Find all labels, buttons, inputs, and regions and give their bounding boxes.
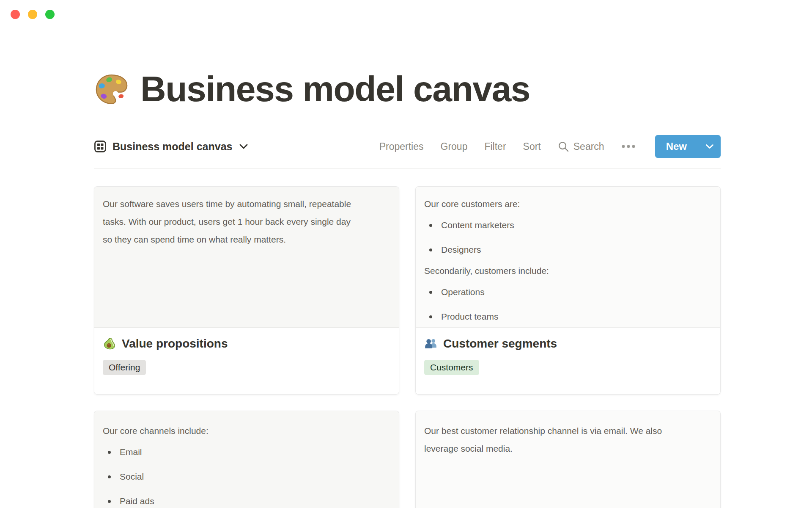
gallery-view-icon xyxy=(94,140,107,153)
new-button[interactable]: New xyxy=(655,135,698,158)
toolbar-divider xyxy=(94,168,721,169)
preview-paragraph: Secondarily, customers include: xyxy=(424,262,678,280)
zoom-button[interactable] xyxy=(45,10,55,19)
bullet-icon xyxy=(108,475,111,478)
page-header: Business model canvas xyxy=(94,69,530,110)
card-footer: Customer segments Customers xyxy=(416,328,720,394)
chevron-down-icon xyxy=(239,144,248,149)
card-preview: Our core customers are: Content marketer… xyxy=(416,187,720,328)
bullet-icon xyxy=(429,248,432,251)
group-button[interactable]: Group xyxy=(441,141,468,152)
search-icon xyxy=(558,141,569,152)
chevron-down-white-icon xyxy=(705,144,714,149)
filter-button[interactable]: Filter xyxy=(484,141,506,152)
card-preview: Our software saves users time by automat… xyxy=(94,187,399,328)
busts-in-silhouette-icon xyxy=(424,337,438,351)
minimize-button[interactable] xyxy=(28,10,37,19)
preview-paragraph: Our core customers are: xyxy=(424,195,678,213)
close-button[interactable] xyxy=(11,10,20,19)
notion-window: Business model canvas Business model can… xyxy=(0,0,812,508)
bullet-icon xyxy=(429,291,432,294)
palette-icon[interactable] xyxy=(94,72,129,107)
card-customer-relationships[interactable]: Our best customer relationship channel i… xyxy=(415,411,721,508)
view-bar: Business model canvas Properties Group F… xyxy=(94,134,721,159)
preview-paragraph: Our best customer relationship channel i… xyxy=(424,422,678,458)
search-button[interactable]: Search xyxy=(558,141,604,152)
gallery-view: Our software saves users time by automat… xyxy=(94,186,721,508)
card-channels[interactable]: Our core channels include: Email Social … xyxy=(94,411,399,508)
window-controls xyxy=(11,10,55,19)
page-title[interactable]: Business model canvas xyxy=(140,69,530,110)
card-title: Value propositions xyxy=(122,337,228,351)
search-label: Search xyxy=(573,141,604,152)
bullet-icon xyxy=(429,224,432,227)
preview-bullet-item: Email xyxy=(103,440,390,464)
new-split-button: New xyxy=(655,135,721,158)
bullet-icon xyxy=(429,315,432,318)
preview-bullet-item: Paid ads xyxy=(103,489,390,508)
properties-button[interactable]: Properties xyxy=(379,141,424,152)
preview-bullet-item: Social xyxy=(103,464,390,489)
toolbar: Properties Group Filter Sort Search xyxy=(379,135,721,158)
ellipsis-icon xyxy=(621,144,636,149)
preview-bullet-item: Content marketers xyxy=(424,213,712,237)
tag-offering: Offering xyxy=(103,360,146,375)
card-preview: Our best customer relationship channel i… xyxy=(416,411,720,508)
preview-bullet-item: Designers xyxy=(424,237,712,262)
preview-paragraph: Our software saves users time by automat… xyxy=(103,195,357,248)
bullet-icon xyxy=(108,500,111,503)
card-title: Customer segments xyxy=(443,337,557,351)
preview-paragraph: Our core channels include: xyxy=(103,422,357,440)
card-customer-segments[interactable]: Our core customers are: Content marketer… xyxy=(415,186,721,395)
preview-bullet-item: Product teams xyxy=(424,304,712,329)
card-footer: Value propositions Offering xyxy=(94,328,399,394)
view-name: Business model canvas xyxy=(112,141,232,153)
sort-button[interactable]: Sort xyxy=(523,141,541,152)
more-button[interactable] xyxy=(621,144,636,149)
bullet-icon xyxy=(108,451,111,454)
avocado-icon xyxy=(103,337,116,351)
card-preview: Our core channels include: Email Social … xyxy=(94,411,399,508)
card-value-propositions[interactable]: Our software saves users time by automat… xyxy=(94,186,399,395)
tag-customers: Customers xyxy=(424,360,479,375)
view-selector[interactable]: Business model canvas xyxy=(94,140,248,153)
new-dropdown-button[interactable] xyxy=(698,135,721,158)
preview-bullet-item: Operations xyxy=(424,280,712,304)
